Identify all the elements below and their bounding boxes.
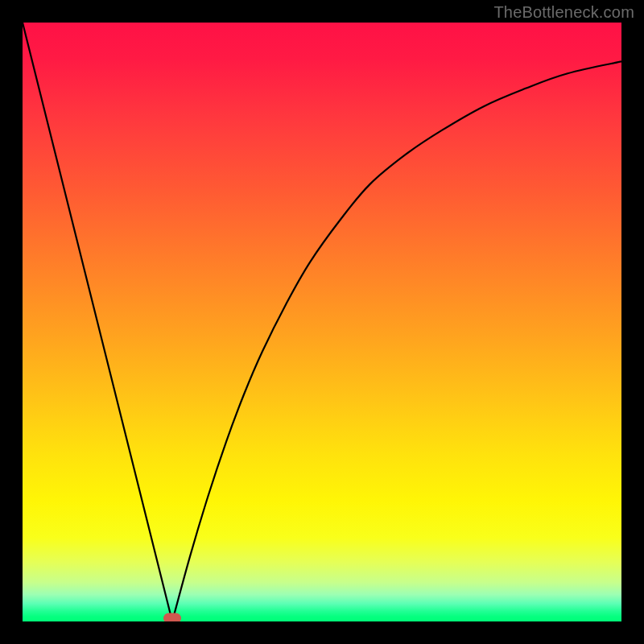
- bottleneck-curve: [23, 23, 621, 621]
- chart-frame: TheBottleneck.com: [0, 0, 644, 644]
- curve-layer: [23, 23, 621, 621]
- plot-area: [23, 23, 621, 621]
- optimal-point-marker: [163, 613, 181, 622]
- watermark-text: TheBottleneck.com: [493, 3, 634, 22]
